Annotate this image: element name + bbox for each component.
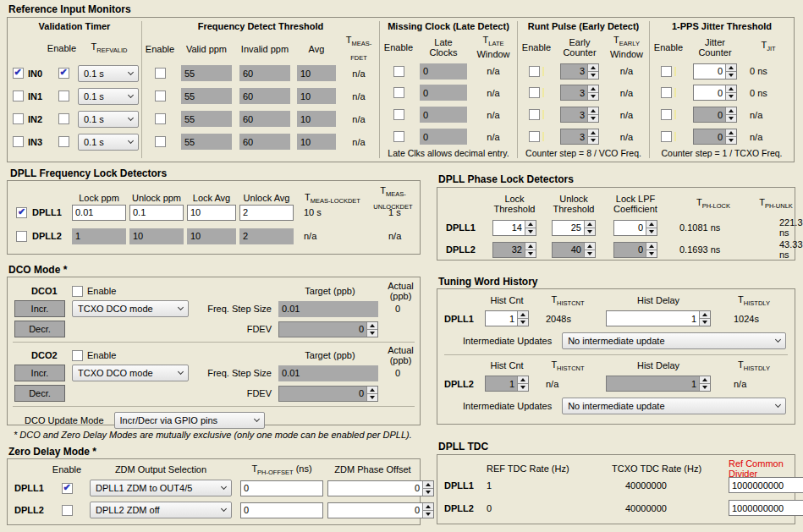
dco1-fdev-spinner[interactable]: 0 xyxy=(278,321,378,337)
spin-down-icon[interactable] xyxy=(646,250,657,257)
spin-up-icon[interactable] xyxy=(423,481,433,489)
spin-up-icon[interactable] xyxy=(518,311,528,319)
spin-down-icon[interactable] xyxy=(525,250,536,257)
dpll1-freq-lock-enable-checkbox[interactable] xyxy=(16,207,27,218)
spin-up-icon[interactable] xyxy=(646,243,657,250)
spin-up-icon[interactable] xyxy=(588,129,598,137)
fdet-avg-in2-field[interactable]: 10 xyxy=(297,111,336,127)
in0-validation-enable-checkbox[interactable] xyxy=(58,68,69,79)
spin-up-icon[interactable] xyxy=(646,221,657,228)
jitter-enable-in2-checkbox[interactable] xyxy=(661,109,672,120)
in3-monitor-checkbox[interactable] xyxy=(13,136,24,147)
spin-up-icon[interactable] xyxy=(367,387,377,394)
spin-up-icon[interactable] xyxy=(726,129,736,137)
in1-monitor-checkbox[interactable] xyxy=(13,90,24,101)
spin-up-icon[interactable] xyxy=(423,503,433,511)
jitter-enable-in0-checkbox[interactable] xyxy=(661,66,672,77)
spin-down-icon[interactable] xyxy=(726,137,736,144)
fdet-invalid-ppm-in3-field[interactable]: 60 xyxy=(239,134,290,150)
jitter-counter-in2-spinner[interactable]: 0 xyxy=(693,107,737,123)
fdet-valid-ppm-in0-field[interactable]: 55 xyxy=(181,65,232,81)
early-counter-in1-spinner[interactable]: 3 xyxy=(560,85,599,101)
dco2-fdev-spinner[interactable]: 0 xyxy=(278,386,378,402)
fdet-invalid-ppm-in0-field[interactable]: 60 xyxy=(239,65,290,81)
dpll2-lock-lpf-spinner[interactable]: 0 xyxy=(613,242,657,258)
runt-enable-in0-checkbox[interactable] xyxy=(529,66,540,77)
dpll2-ref-common-divider-input[interactable] xyxy=(729,500,803,516)
in2-refvalid-select[interactable]: 0.1 s xyxy=(78,111,139,128)
spin-down-icon[interactable] xyxy=(588,93,598,100)
jitter-counter-in1-spinner[interactable]: 0 xyxy=(693,85,737,101)
spin-down-icon[interactable] xyxy=(726,93,736,100)
spin-up-icon[interactable] xyxy=(525,221,536,228)
in3-validation-enable-checkbox[interactable] xyxy=(58,136,69,147)
spin-up-icon[interactable] xyxy=(518,376,528,384)
fdet-enable-in3-checkbox[interactable] xyxy=(155,136,166,147)
spin-down-icon[interactable] xyxy=(423,489,433,496)
spin-up-icon[interactable] xyxy=(525,243,536,250)
dpll2-unlock-threshold-spinner[interactable]: 40 xyxy=(552,242,596,258)
in0-refvalid-select[interactable]: 0.1 s xyxy=(78,65,139,82)
spin-down-icon[interactable] xyxy=(646,228,657,235)
missing-clock-enable-in2-checkbox[interactable] xyxy=(393,109,404,120)
dpll2-zdm-output-select[interactable]: DPLL2 ZDM off xyxy=(90,502,232,518)
spin-down-icon[interactable] xyxy=(700,319,710,326)
in3-refvalid-select[interactable]: 0.1 s xyxy=(78,134,139,151)
runt-enable-in2-checkbox[interactable] xyxy=(529,109,540,120)
fdet-enable-in1-checkbox[interactable] xyxy=(155,90,166,101)
fdet-enable-in0-checkbox[interactable] xyxy=(155,68,166,79)
dpll1-lock-lpf-spinner[interactable]: 0 xyxy=(613,220,657,236)
spin-down-icon[interactable] xyxy=(423,511,433,518)
missing-clock-enable-in0-checkbox[interactable] xyxy=(393,66,404,77)
dco1-incr-button[interactable]: Incr. xyxy=(14,300,65,317)
in2-monitor-checkbox[interactable] xyxy=(13,113,24,124)
dpll2-unlock-avg-field[interactable]: 2 xyxy=(239,228,294,244)
dpll1-unlock-ppm-input[interactable] xyxy=(129,205,184,221)
fdet-avg-in0-field[interactable]: 10 xyxy=(297,65,336,81)
dpll2-lock-ppm-field[interactable]: 1 xyxy=(72,228,126,244)
late-clocks-in1-field[interactable]: 0 xyxy=(420,85,467,101)
dco1-freq-step-field[interactable]: 0.01 xyxy=(278,301,378,317)
dpll1-zdm-enable-checkbox[interactable] xyxy=(62,483,73,494)
spin-down-icon[interactable] xyxy=(585,228,595,235)
dco1-mode-select[interactable]: TCXO DCO mode xyxy=(72,300,189,317)
late-clocks-in0-field[interactable]: 0 xyxy=(420,63,467,80)
dco2-decr-button[interactable]: Decr. xyxy=(14,385,65,402)
dpll1-lock-avg-input[interactable] xyxy=(187,205,236,221)
spin-down-icon[interactable] xyxy=(700,384,710,391)
dpll2-hist-delay-spinner[interactable]: 1 xyxy=(606,376,711,392)
spin-up-icon[interactable] xyxy=(585,243,595,250)
early-counter-in0-spinner[interactable]: 3 xyxy=(560,63,599,80)
early-counter-in2-spinner[interactable]: 3 xyxy=(560,107,599,123)
dco1-decr-button[interactable]: Decr. xyxy=(14,321,65,337)
spin-down-icon[interactable] xyxy=(518,319,528,326)
spin-up-icon[interactable] xyxy=(588,64,598,72)
dpll1-hist-delay-spinner[interactable]: 1 xyxy=(606,310,711,326)
fdet-invalid-ppm-in1-field[interactable]: 60 xyxy=(239,88,290,104)
dpll2-hist-cnt-spinner[interactable]: 1 xyxy=(485,376,529,392)
dco-update-mode-select[interactable]: Incr/Decr via GPIO pins xyxy=(114,412,265,429)
spin-up-icon[interactable] xyxy=(367,322,377,330)
fdet-valid-ppm-in1-field[interactable]: 55 xyxy=(181,88,232,104)
dco1-enable-checkbox[interactable] xyxy=(72,286,83,297)
in2-validation-enable-checkbox[interactable] xyxy=(58,113,69,124)
early-counter-in3-spinner[interactable]: 3 xyxy=(560,129,599,145)
jitter-counter-in3-spinner[interactable]: 0 xyxy=(693,129,737,145)
fdet-invalid-ppm-in2-field[interactable]: 60 xyxy=(239,111,290,127)
dco2-mode-select[interactable]: TCXO DCO mode xyxy=(72,365,189,381)
dpll1-unlock-threshold-spinner[interactable]: 25 xyxy=(552,220,596,236)
dpll2-tph-offset-input[interactable] xyxy=(240,502,323,518)
spin-up-icon[interactable] xyxy=(588,85,598,93)
dpll2-lock-avg-field[interactable]: 10 xyxy=(187,228,236,244)
jitter-enable-in3-checkbox[interactable] xyxy=(661,131,672,142)
dpll1-unlock-avg-input[interactable] xyxy=(239,205,294,221)
spin-down-icon[interactable] xyxy=(367,330,377,337)
dpll2-intermediate-updates-select[interactable]: No intermediate update xyxy=(562,398,786,414)
spin-down-icon[interactable] xyxy=(585,250,595,257)
missing-clock-enable-in1-checkbox[interactable] xyxy=(393,87,404,98)
spin-down-icon[interactable] xyxy=(726,72,736,79)
spin-up-icon[interactable] xyxy=(726,107,736,115)
fdet-enable-in2-checkbox[interactable] xyxy=(155,113,166,124)
dco2-enable-checkbox[interactable] xyxy=(72,350,83,361)
missing-clock-enable-in3-checkbox[interactable] xyxy=(393,131,404,142)
